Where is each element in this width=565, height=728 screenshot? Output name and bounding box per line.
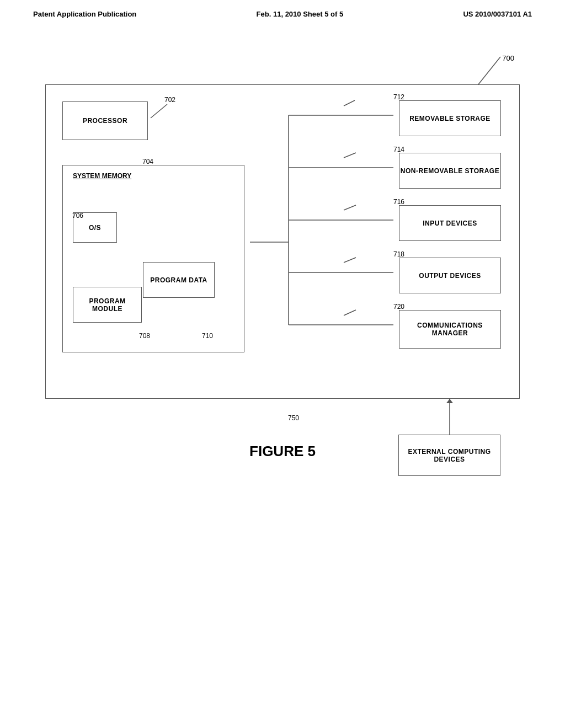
svg-marker-18 <box>446 399 453 403</box>
header-left: Patent Application Publication <box>33 10 136 18</box>
system-memory-label: SYSTEM MEMORY <box>73 172 131 180</box>
program-module-box: PROGRAM MODULE <box>73 287 142 323</box>
removable-storage-box: REMOVABLE STORAGE <box>399 100 501 136</box>
svg-line-14 <box>344 258 356 263</box>
ref-704: 704 <box>142 158 153 165</box>
processor-label: PROCESSOR <box>83 117 127 125</box>
diagram-area: 700 <box>0 24 565 399</box>
svg-line-11 <box>344 100 355 106</box>
input-devices-label: INPUT DEVICES <box>423 220 477 227</box>
communications-manager-label: COMMUNICATIONS MANAGER <box>399 322 500 337</box>
input-devices-box: INPUT DEVICES <box>399 205 501 241</box>
line-700-svg <box>462 54 506 87</box>
svg-line-12 <box>344 153 356 158</box>
ref-718: 718 <box>393 250 404 258</box>
external-computing-box: EXTERNAL COMPUTING DEVICES <box>398 435 500 476</box>
program-data-box: PROGRAM DATA <box>143 262 215 298</box>
ref-710: 710 <box>202 332 213 340</box>
ref-714: 714 <box>393 146 404 153</box>
non-removable-storage-label: NON-REMOVABLE STORAGE <box>401 167 499 175</box>
external-computing-label: EXTERNAL COMPUTING DEVICES <box>399 448 500 463</box>
header-right: US 2010/0037101 A1 <box>463 10 532 18</box>
figure-title: FIGURE 5 <box>249 443 316 459</box>
system-memory-box: SYSTEM MEMORY O/S PROGRAM DATA PROGRAM M… <box>62 165 244 352</box>
ref-716: 716 <box>393 198 404 206</box>
program-module-label: PROGRAM MODULE <box>73 297 141 313</box>
ref-702: 702 <box>164 96 175 104</box>
output-devices-label: OUTPUT DEVICES <box>419 272 481 280</box>
output-devices-box: OUTPUT DEVICES <box>399 258 501 293</box>
header-middle: Feb. 11, 2010 Sheet 5 of 5 <box>257 10 344 18</box>
ref-750: 750 <box>288 414 299 422</box>
svg-line-0 <box>478 57 500 84</box>
ref-712: 712 <box>393 93 404 101</box>
page-header: Patent Application Publication Feb. 11, … <box>0 0 565 24</box>
ref-708: 708 <box>139 332 150 340</box>
svg-line-13 <box>344 205 356 210</box>
program-data-label: PROGRAM DATA <box>150 276 207 284</box>
communications-manager-box: COMMUNICATIONS MANAGER <box>399 310 501 349</box>
non-removable-storage-box: NON-REMOVABLE STORAGE <box>399 153 501 189</box>
ref-706: 706 <box>72 212 83 220</box>
outer-box: PROCESSOR 702 SYSTEM MEMORY O/S PROGRAM … <box>45 84 520 399</box>
svg-line-1 <box>151 104 167 118</box>
removable-storage-label: REMOVABLE STORAGE <box>409 115 491 122</box>
ref-720: 720 <box>393 303 404 311</box>
svg-line-15 <box>344 310 356 315</box>
os-label: O/S <box>89 224 101 232</box>
processor-box: PROCESSOR <box>62 101 148 140</box>
